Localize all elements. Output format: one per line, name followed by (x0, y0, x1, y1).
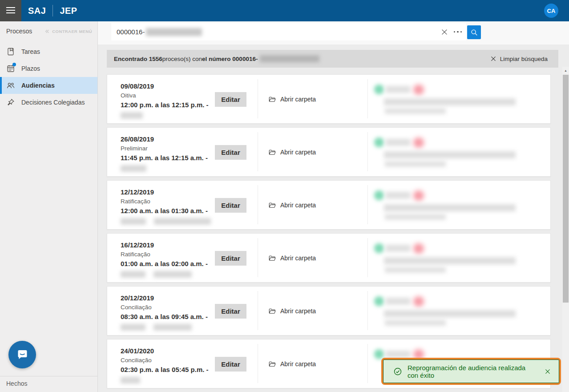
audiencia-card: 12/12/2019 Ratificação 12:00 a.m. a las … (107, 180, 551, 230)
status-dot-red (413, 190, 424, 201)
open-folder-label: Abrir carpeta (280, 149, 316, 156)
audiencia-card: 09/08/2019 Oitiva 12:00 p.m. a las 12:15… (107, 74, 551, 124)
edit-button[interactable]: Editar (215, 92, 246, 107)
redacted-text (386, 86, 410, 93)
audiencia-time: 02:30 p.m. a las 05:45 p.m. - (121, 365, 209, 374)
redacted-text (385, 214, 446, 220)
toast-message: Reprogramación de audiencia realizada co… (408, 364, 537, 379)
task-bookmark-icon (6, 47, 15, 56)
redacted-text (384, 257, 516, 264)
audiencia-date: 26/08/2019 (121, 134, 208, 144)
audiencia-type: Preliminar (121, 144, 208, 153)
scrollbar-thumb[interactable] (563, 75, 569, 303)
clear-input-button[interactable] (438, 25, 451, 39)
status-dot-green (374, 137, 384, 147)
open-folder-link[interactable]: Abrir carpeta (258, 339, 367, 388)
edit-button[interactable]: Editar (215, 251, 246, 266)
magnifier-icon (470, 28, 478, 36)
open-folder-label: Abrir carpeta (280, 96, 316, 103)
audiencia-info: 16/12/2019 Ratificação 01:00 a.m. a las … (121, 240, 208, 278)
open-folder-link[interactable]: Abrir carpeta (258, 75, 367, 123)
open-folder-link[interactable]: Abrir carpeta (258, 128, 367, 176)
redacted-case-id (121, 165, 208, 172)
open-folder-link[interactable]: Abrir carpeta (258, 181, 367, 229)
redacted-text (385, 320, 446, 326)
audiencia-date: 09/08/2019 (121, 81, 209, 91)
x-icon (440, 28, 448, 36)
status-dot-green (374, 190, 384, 200)
results-summary-bar: Encontrado 1556 proceso(s) con el número… (107, 50, 558, 68)
hamburger-menu-button[interactable] (0, 0, 21, 21)
sidebar-divider (0, 376, 97, 376)
redacted-case-id (121, 112, 209, 119)
sidebar-item-audiencias[interactable]: Audiencias (0, 77, 97, 94)
sidebar-item-plazos[interactable]: Plazos (0, 60, 97, 77)
audiencia-info: 20/12/2019 Conciliação 08:30 a.m. a las … (121, 293, 208, 331)
pin-icon (6, 98, 15, 107)
audiencia-time: 12:00 p.m. a las 12:15 p.m. - (121, 100, 209, 109)
people-icon (6, 81, 15, 90)
audiencia-date: 24/01/2020 (121, 346, 209, 356)
audiencia-info: 09/08/2019 Oitiva 12:00 p.m. a las 12:15… (121, 81, 209, 119)
redacted-chip (121, 377, 140, 384)
folder-icon (268, 254, 276, 262)
results-count: Encontrado 1556 (114, 56, 162, 62)
success-toast-highlight: Reprogramación de audiencia realizada co… (381, 358, 561, 385)
toast-close-button[interactable] (543, 367, 553, 376)
folder-icon (268, 201, 276, 209)
redacted-search-text (146, 28, 202, 36)
clear-search-button[interactable]: Limpiar búsqueda (490, 56, 548, 62)
audiencia-date: 12/12/2019 (121, 187, 211, 197)
search-input[interactable]: 0000016- (111, 23, 466, 40)
card-divider (367, 79, 368, 118)
notification-dot (12, 63, 16, 66)
redacted-text (384, 98, 516, 105)
edit-button[interactable]: Editar (215, 198, 246, 213)
open-folder-label: Abrir carpeta (280, 307, 316, 315)
card-divider (367, 185, 368, 224)
card-divider (367, 344, 368, 383)
chat-button[interactable] (8, 341, 36, 368)
status-dot-red (413, 243, 424, 254)
hamburger-icon (5, 5, 16, 17)
open-folder-link[interactable]: Abrir carpeta (258, 287, 367, 335)
sidebar-item-label: Decisiones Colegiadas (21, 99, 85, 106)
redacted-chip (121, 324, 145, 331)
edit-button[interactable]: Editar (215, 357, 246, 372)
sidebar-item-hechos[interactable]: Hechos (6, 380, 27, 387)
status-dot-red (413, 137, 424, 148)
brand: SAJ JEP (28, 5, 77, 16)
search-button[interactable] (467, 25, 481, 39)
edit-button[interactable]: Editar (215, 145, 246, 160)
calendar-icon (6, 64, 15, 73)
collapse-menu-button[interactable]: CONTRAER MENÚ (44, 28, 92, 34)
search-header: 0000016- (98, 21, 569, 44)
card-divider (367, 238, 368, 277)
sidebar-section-label: Procesos (6, 28, 32, 35)
user-avatar[interactable]: CA (544, 4, 558, 18)
redacted-chip (154, 218, 211, 225)
folder-icon (268, 148, 276, 156)
search-value: 0000016- (117, 28, 145, 36)
redacted-chip (121, 165, 146, 172)
vertical-scrollbar[interactable]: ▲ (562, 67, 569, 392)
open-folder-link[interactable]: Abrir carpeta (258, 234, 367, 282)
open-folder-label: Abrir carpeta (280, 255, 316, 262)
audiencia-type: Ratificação (121, 250, 208, 259)
sidebar-item-tareas[interactable]: Tareas (0, 43, 97, 60)
audiencia-card: 26/08/2019 Preliminar 11:45 p.m. a las 1… (107, 127, 551, 177)
redacted-text (384, 204, 516, 211)
status-dot-red (413, 85, 424, 95)
scrollbar-up-arrow[interactable]: ▲ (562, 67, 569, 74)
redacted-text (386, 298, 410, 305)
success-toast: Reprogramación de audiencia realizada co… (383, 360, 559, 383)
redacted-text (385, 108, 446, 114)
x-icon (490, 56, 496, 62)
chat-bubble-icon (15, 347, 30, 362)
edit-button[interactable]: Editar (215, 304, 246, 319)
sidebar-item-decisiones-colegiadas[interactable]: Decisiones Colegiadas (0, 94, 97, 111)
more-options-button[interactable] (451, 25, 464, 39)
audiencia-type: Conciliação (121, 356, 209, 364)
redacted-text (385, 161, 446, 167)
double-chevron-left-icon (44, 28, 50, 34)
